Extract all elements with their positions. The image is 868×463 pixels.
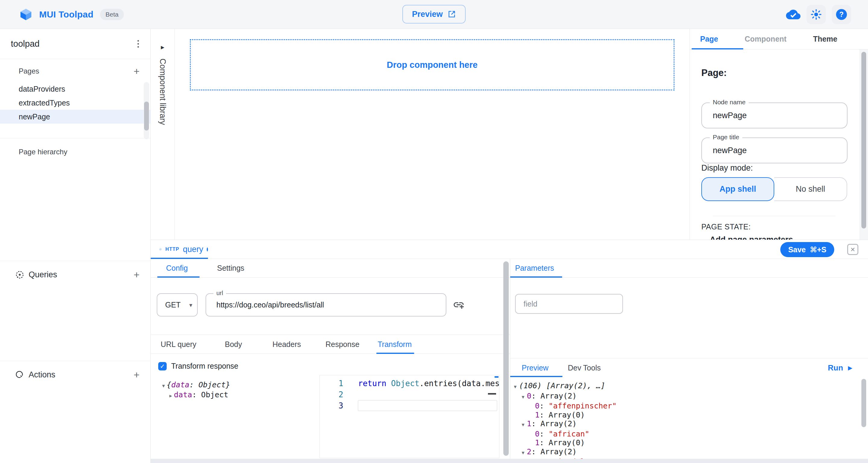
method-select[interactable]: GET ▾ xyxy=(157,293,198,316)
console-row[interactable]: ▼1: Array(2) xyxy=(513,419,860,430)
code-line-1: return Object.entries(data.messag xyxy=(358,379,499,388)
display-mode-toggle: App shell No shell xyxy=(701,177,847,201)
query-preview-section: Parameters Preview Dev Tools Run ▶ xyxy=(510,259,868,459)
theme-toggle-button[interactable] xyxy=(807,5,826,24)
run-label: Run xyxy=(828,363,843,373)
add-action-button[interactable]: + xyxy=(133,370,140,380)
tab-preview[interactable]: Preview xyxy=(522,364,549,372)
pages-list: dataProviders extractedTypes newPage xyxy=(0,82,150,124)
cloud-saved-icon xyxy=(786,7,801,22)
method-value: GET xyxy=(165,301,181,309)
help-button[interactable]: ? xyxy=(832,5,851,24)
run-button[interactable]: Run ▶ xyxy=(828,363,852,373)
save-label: Save xyxy=(788,245,806,254)
transform-response-checkbox-row[interactable]: ✓ Transform response xyxy=(158,362,239,370)
canvas-row: ▶ Component library Drop component here … xyxy=(151,29,868,240)
tab-response[interactable]: Response xyxy=(326,335,360,353)
transform-code-editor[interactable]: 1return Object.entries(data.messag 2 3 xyxy=(319,375,499,458)
sidebar-divider xyxy=(0,361,150,361)
query-editor-panel: HTTP query Save ⌘+S ✕ Config xyxy=(151,240,868,463)
console-row[interactable]: ▼(106) [Array(2), …] xyxy=(513,381,860,392)
project-menu-button[interactable] xyxy=(137,40,139,48)
tab-theme[interactable]: Theme xyxy=(813,35,838,43)
top-bar: MUI Toolpad Beta Preview xyxy=(0,0,868,29)
toggle-app-shell[interactable]: App shell xyxy=(701,177,774,201)
tab-component[interactable]: Component xyxy=(745,35,786,43)
query-panel-header: HTTP query Save ⌘+S ✕ xyxy=(151,240,868,259)
beta-badge: Beta xyxy=(100,9,124,20)
queries-section-label: Queries xyxy=(29,270,57,279)
brand: MUI Toolpad Beta xyxy=(0,8,124,21)
add-link-icon[interactable] xyxy=(453,299,465,312)
console-row[interactable]: 1: Array(0) xyxy=(513,438,860,447)
console-row[interactable]: ▼2: Array(2) xyxy=(513,447,860,458)
console-row[interactable]: 0: "affenpinscher" xyxy=(513,402,860,410)
config-section-scrollbar[interactable] xyxy=(503,261,509,456)
toolpad-app-window: MUI Toolpad Beta Preview xyxy=(0,0,868,463)
add-query-button[interactable]: + xyxy=(133,270,140,280)
queries-section-header: Queries + xyxy=(0,264,150,285)
pages-list-scrollbar[interactable] xyxy=(144,82,149,139)
parameters-tabs: Parameters xyxy=(510,259,868,278)
line-number: 2 xyxy=(320,390,343,399)
drop-zone[interactable]: Drop component here xyxy=(190,39,675,90)
request-sub-tabs: URL query Body Headers Response Transfor… xyxy=(151,335,510,354)
request-row: GET ▾ url xyxy=(151,278,510,335)
toggle-no-shell[interactable]: No shell xyxy=(774,177,847,201)
config-tabs: Config Settings xyxy=(151,259,510,278)
open-in-new-icon xyxy=(447,10,456,19)
actions-section-header: Actions + xyxy=(0,364,150,385)
top-actions: ? xyxy=(786,0,851,29)
page-title-input[interactable] xyxy=(702,138,847,163)
console-scrollbar[interactable] xyxy=(861,379,866,427)
tree-collapsed-icon: ▶ xyxy=(169,393,172,399)
active-parameters-tab-indicator xyxy=(510,276,562,278)
panel-bottom-scrollbar-track[interactable] xyxy=(151,459,868,463)
tab-settings[interactable]: Settings xyxy=(217,264,244,273)
page-item-dataproviders[interactable]: dataProviders xyxy=(0,82,150,96)
console-row[interactable]: 0: "african" xyxy=(513,430,860,439)
project-name: toolpad xyxy=(11,39,39,49)
tab-transform[interactable]: Transform xyxy=(378,335,412,353)
add-page-parameters-button[interactable]: Add page parameters xyxy=(710,235,793,240)
transform-response-label: Transform response xyxy=(171,362,239,370)
unsaved-indicator-dot xyxy=(207,247,208,251)
preview-button[interactable]: Preview xyxy=(402,5,466,24)
current-line-highlight xyxy=(358,400,497,411)
result-console: ▼(106) [Array(2), …] ▼0: Array(2) 0: "af… xyxy=(513,377,860,459)
url-field: url xyxy=(206,293,446,316)
console-row[interactable]: 1: Array(0) xyxy=(513,410,860,420)
tab-headers[interactable]: Headers xyxy=(273,335,301,353)
inspector-scrollbar[interactable] xyxy=(860,50,868,240)
chevron-down-icon: ▾ xyxy=(189,302,192,309)
component-library-strip[interactable]: ▶ Component library xyxy=(151,29,175,240)
inspector-content: Page: Node name Page title Display mode:… xyxy=(690,50,860,240)
tab-dev-tools[interactable]: Dev Tools xyxy=(568,364,601,372)
parameter-field-input[interactable] xyxy=(516,295,622,313)
console-row[interactable]: ▼0: Array(2) xyxy=(513,392,860,402)
tab-url-query[interactable]: URL query xyxy=(161,335,196,353)
work-area: ▶ Component library Drop component here … xyxy=(151,29,868,463)
node-name-input[interactable] xyxy=(702,103,847,128)
page-item-extractedtypes[interactable]: extractedTypes xyxy=(0,96,150,110)
tab-page[interactable]: Page xyxy=(700,35,718,43)
inspector-divider xyxy=(713,216,835,216)
tab-config[interactable]: Config xyxy=(166,264,188,273)
query-tab[interactable]: HTTP query xyxy=(151,240,208,259)
tab-body[interactable]: Body xyxy=(225,335,242,353)
page-heading: Page: xyxy=(701,67,727,79)
tree-child-row[interactable]: ▶data: Object xyxy=(169,390,230,400)
tree-root-row[interactable]: ▼{data: Object} xyxy=(162,380,230,390)
page-title-field: Page title xyxy=(701,137,847,163)
toolpad-logo-icon xyxy=(19,8,33,21)
url-input[interactable] xyxy=(206,294,446,316)
app-title: MUI Toolpad xyxy=(39,9,93,20)
page-item-newpage[interactable]: newPage xyxy=(0,110,150,124)
data-shape-tree: ▼{data: Object} ▶data: Object xyxy=(162,380,230,400)
page-hierarchy-row[interactable]: Page hierarchy xyxy=(0,144,150,160)
save-button[interactable]: Save ⌘+S xyxy=(780,242,834,257)
close-panel-button[interactable]: ✕ xyxy=(847,244,858,255)
checkbox-checked-icon[interactable]: ✓ xyxy=(158,362,167,370)
add-page-button[interactable]: + xyxy=(133,66,140,76)
tab-parameters[interactable]: Parameters xyxy=(515,264,554,273)
